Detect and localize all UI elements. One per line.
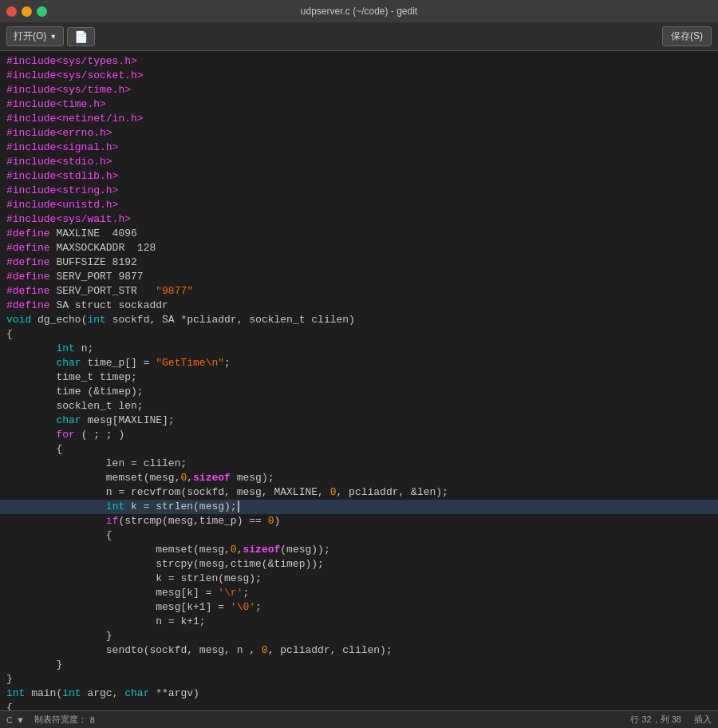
code-line: #include<unistd.h>: [0, 198, 718, 212]
code-line: #include<signal.h>: [0, 140, 718, 155]
new-button[interactable]: 📄: [67, 27, 95, 46]
window-controls: [6, 6, 47, 17]
code-line-current: int k = strlen(mesg);: [0, 500, 718, 514]
toolbar: 打开(O) ▼ 📄 保存(S): [0, 22, 718, 51]
code-line: #define SERV_PORT_STR "9877": [0, 284, 718, 299]
code-line: #include<sys/types.h>: [0, 54, 718, 69]
new-icon: 📄: [74, 30, 88, 43]
language-label: C: [6, 715, 13, 725]
insert-mode: 插入: [694, 714, 712, 726]
save-button[interactable]: 保存(S): [662, 26, 712, 46]
title-bar: udpserver.c (~/code) - gedit: [0, 0, 718, 22]
code-line: {: [0, 528, 718, 543]
code-line: }: [0, 672, 718, 686]
code-line: }: [0, 658, 718, 672]
language-selector[interactable]: C ▼: [6, 715, 25, 725]
code-line: #include<errno.h>: [0, 126, 718, 140]
tab-width-item: 制表符宽度： 8: [34, 714, 95, 726]
code-line: sendto(sockfd, mesg, n , 0, pcliaddr, cl…: [0, 643, 718, 658]
code-line: memset(mesg,0,sizeof(mesg));: [0, 543, 718, 557]
status-right: 行 32，列 38 插入: [630, 714, 712, 726]
code-line: #include<netinet/in.h>: [0, 112, 718, 126]
code-line: int main(int argc, char **argv): [0, 686, 718, 701]
code-line: socklen_t len;: [0, 399, 718, 413]
code-line: void dg_echo(int sockfd, SA *pcliaddr, s…: [0, 313, 718, 327]
code-line: if(strcmp(mesg,time_p) == 0): [0, 514, 718, 528]
code-line: #include<string.h>: [0, 184, 718, 198]
code-line: memset(mesg,0,sizeof mesg);: [0, 471, 718, 485]
code-line: n = k+1;: [0, 615, 718, 629]
status-bar: C ▼ 制表符宽度： 8 行 32，列 38 插入: [0, 710, 718, 728]
dropdown-icon: ▼: [49, 33, 57, 41]
maximize-button[interactable]: [37, 6, 47, 17]
code-line: {: [0, 327, 718, 342]
code-line: #include<time.h>: [0, 97, 718, 112]
code-line: #define MAXLINE 4096: [0, 227, 718, 241]
code-line: len = clilen;: [0, 457, 718, 471]
code-line: k = strlen(mesg);: [0, 572, 718, 586]
open-button[interactable]: 打开(O) ▼: [6, 26, 64, 46]
code-line: mesg[k+1] = '\0';: [0, 600, 718, 615]
code-line: n = recvfrom(sockfd, mesg, MAXLINE, 0, p…: [0, 485, 718, 500]
code-line: #define BUFFSIZE 8192: [0, 255, 718, 270]
code-line: time_t timep;: [0, 370, 718, 385]
code-line: char time_p[] = "GetTime\n";: [0, 356, 718, 370]
code-line: #define MAXSOCKADDR 128: [0, 241, 718, 255]
minimize-button[interactable]: [22, 6, 32, 17]
code-line: #define SERV_PORT 9877: [0, 270, 718, 284]
open-label: 打开(O): [14, 30, 46, 43]
code-line: #include<sys/socket.h>: [0, 69, 718, 83]
code-line: }: [0, 629, 718, 643]
code-line: int n;: [0, 342, 718, 356]
code-line: #define SA struct sockaddr: [0, 299, 718, 313]
code-editor[interactable]: #include<sys/types.h> #include<sys/socke…: [0, 51, 718, 710]
code-line: for ( ; ; ): [0, 428, 718, 442]
language-dropdown-icon: ▼: [16, 715, 25, 725]
code-line: mesg[k] = '\r';: [0, 586, 718, 600]
code-line: time (&timep);: [0, 385, 718, 399]
code-line: #include<sys/wait.h>: [0, 212, 718, 227]
code-line: strcpy(mesg,ctime(&timep));: [0, 557, 718, 572]
code-line: #include<stdio.h>: [0, 155, 718, 169]
tab-width-label: 制表符宽度：: [34, 714, 87, 726]
code-line: {: [0, 701, 718, 710]
cursor-position: 行 32，列 38: [630, 714, 681, 726]
code-line: char mesg[MAXLINE];: [0, 413, 718, 428]
code-line: #include<sys/time.h>: [0, 83, 718, 97]
close-button[interactable]: [6, 6, 17, 17]
window-title: udpserver.c (~/code) - gedit: [301, 6, 417, 17]
tab-width-value: 8: [90, 715, 95, 725]
code-line: #include<stdlib.h>: [0, 169, 718, 184]
code-line: {: [0, 442, 718, 457]
